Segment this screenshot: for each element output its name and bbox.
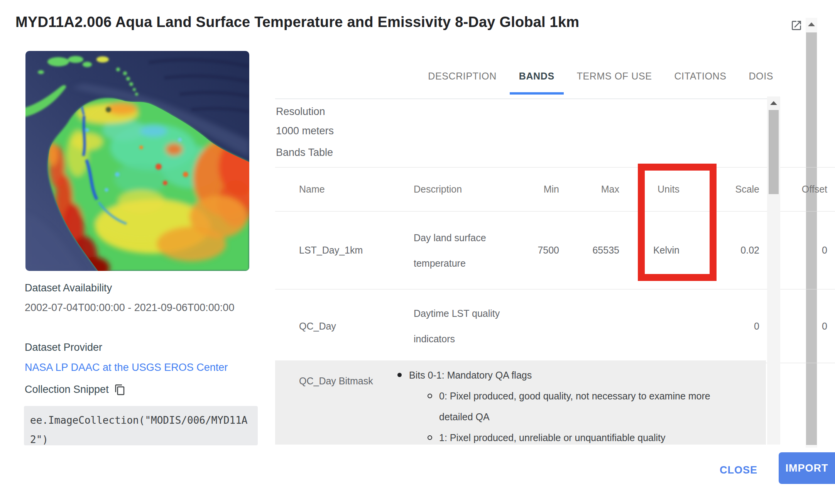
dataset-provider-link[interactable]: NASA LP DAAC at the USGS EROS Center [25, 360, 228, 375]
band-offset: 0 [778, 289, 835, 363]
dataset-availability-value: 2002-07-04T00:00:00 - 2021-09-06T00:00:0… [25, 298, 248, 317]
bands-table-header-row: Name Description Min Max Units Scale Off… [275, 167, 835, 211]
bitmask-list: Bits 0-1: Mandatory QA flags 0: Pixel pr… [389, 360, 766, 445]
bands-panel-scrollbar[interactable] [767, 96, 780, 445]
band-scale: 0 [682, 289, 778, 363]
column-header-units: Units [627, 167, 682, 211]
table-row-bitmask: QC_Day Bitmask Bits 0-1: Mandatory QA fl… [275, 360, 766, 445]
table-row: LST_Day_1km Day land surface temperature… [275, 211, 835, 289]
collection-snippet-code[interactable]: ee.ImageCollection("MODIS/006/MYD11A2") [24, 406, 258, 445]
copy-icon[interactable] [114, 384, 126, 396]
scroll-up-icon[interactable] [808, 22, 815, 26]
column-header-max: Max [565, 167, 627, 211]
tab-terms-of-use[interactable]: TERMS OF USE [577, 58, 652, 95]
dataset-availability-label: Dataset Availability [25, 281, 112, 295]
band-min: 7500 [507, 211, 565, 289]
table-row: QC_Day Daytime LST quality indicators 0 … [275, 289, 835, 363]
band-name: QC_Day Bitmask [275, 360, 389, 445]
band-description: Day land surface temperature [413, 211, 507, 289]
list-item: 0: Pixel produced, good quality, not nec… [428, 386, 725, 427]
band-name: LST_Day_1km [275, 211, 413, 289]
bands-table: Name Description Min Max Units Scale Off… [275, 167, 835, 363]
list-item: Bits 0-1: Mandatory QA flags [397, 365, 739, 386]
column-header-description: Description [413, 167, 507, 211]
collection-snippet-row: Collection Snippet [25, 384, 126, 396]
column-header-scale: Scale [682, 167, 778, 211]
dataset-dialog: MYD11A2.006 Aqua Land Surface Temperatur… [0, 0, 835, 504]
band-description: Daytime LST quality indicators [413, 289, 507, 363]
scroll-up-icon[interactable] [770, 101, 777, 105]
resolution-value: 1000 meters [276, 124, 334, 137]
close-button[interactable]: CLOSE [717, 462, 760, 479]
resolution-label: Resolution [276, 105, 325, 118]
column-header-name: Name [275, 167, 413, 211]
dataset-thumbnail [25, 51, 249, 271]
column-header-min: Min [507, 167, 565, 211]
tab-bands[interactable]: BANDS [519, 58, 554, 95]
dialog-title: MYD11A2.006 Aqua Land Surface Temperatur… [15, 14, 579, 30]
import-button[interactable]: IMPORT [779, 452, 835, 484]
band-max [565, 289, 627, 363]
tab-bar: DESCRIPTION BANDS TERMS OF USE CITATIONS… [275, 58, 776, 95]
list-item: 1: Pixel produced, unreliable or unquant… [428, 427, 725, 445]
bands-table-label: Bands Table [276, 146, 333, 159]
tab-description[interactable]: DESCRIPTION [428, 58, 496, 95]
band-name: QC_Day [275, 289, 413, 363]
band-max: 65535 [565, 211, 627, 289]
tab-citations[interactable]: CITATIONS [674, 58, 726, 95]
band-min [507, 289, 565, 363]
bands-panel-scrollbar-thumb[interactable] [769, 110, 779, 194]
tab-dois[interactable]: DOIS [749, 58, 773, 95]
band-offset: 0 [778, 211, 835, 289]
open-in-new-icon[interactable] [790, 19, 803, 32]
dataset-provider-label: Dataset Provider [25, 340, 102, 354]
collection-snippet-label: Collection Snippet [25, 384, 109, 396]
tab-separator [275, 98, 776, 99]
band-scale: 0.02 [682, 211, 778, 289]
band-units [627, 289, 682, 363]
band-units: Kelvin [627, 211, 682, 289]
column-header-offset: Offset [778, 167, 835, 211]
